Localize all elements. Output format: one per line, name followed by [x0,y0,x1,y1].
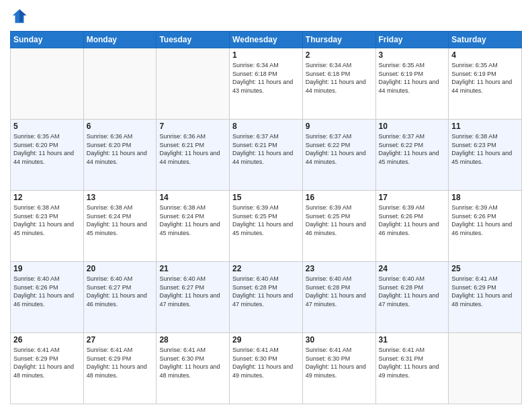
day-number: 17 [379,193,446,202]
day-number: 1 [232,50,300,60]
day-info: Sunrise: 6:38 AM Sunset: 6:23 PM Dayligh… [13,203,81,237]
day-info: Sunrise: 6:40 AM Sunset: 6:28 PM Dayligh… [306,275,373,308]
day-number: 22 [232,264,300,273]
day-info: Sunrise: 6:40 AM Sunset: 6:28 PM Dayligh… [379,275,446,308]
calendar-cell: 3Sunrise: 6:35 AM Sunset: 6:19 PM Daylig… [375,48,449,120]
day-info: Sunrise: 6:41 AM Sunset: 6:30 PM Dayligh… [306,346,373,379]
calendar-week-row: 1Sunrise: 6:34 AM Sunset: 6:18 PM Daylig… [11,48,522,120]
day-info: Sunrise: 6:41 AM Sunset: 6:30 PM Dayligh… [232,346,300,379]
day-info: Sunrise: 6:39 AM Sunset: 6:26 PM Dayligh… [451,203,519,237]
calendar-table: SundayMondayTuesdayWednesdayThursdayFrid… [10,31,522,404]
day-number: 15 [232,193,300,202]
day-info: Sunrise: 6:34 AM Sunset: 6:18 PM Dayligh… [306,61,373,95]
calendar-cell: 21Sunrise: 6:40 AM Sunset: 6:27 PM Dayli… [157,262,230,333]
day-info: Sunrise: 6:34 AM Sunset: 6:18 PM Dayligh… [232,61,300,95]
day-info: Sunrise: 6:37 AM Sunset: 6:21 PM Dayligh… [232,132,300,166]
day-info: Sunrise: 6:40 AM Sunset: 6:28 PM Dayligh… [232,275,300,308]
day-info: Sunrise: 6:41 AM Sunset: 6:30 PM Dayligh… [159,346,226,379]
day-number: 8 [232,122,300,131]
day-number: 31 [379,335,446,345]
calendar-cell [449,333,522,404]
day-number: 30 [306,335,373,345]
calendar-cell [11,48,84,120]
day-number: 28 [159,335,226,345]
calendar-cell: 19Sunrise: 6:40 AM Sunset: 6:26 PM Dayli… [11,262,84,333]
day-number: 4 [451,50,519,60]
calendar-cell: 24Sunrise: 6:40 AM Sunset: 6:28 PM Dayli… [375,262,449,333]
calendar-cell: 20Sunrise: 6:40 AM Sunset: 6:27 PM Dayli… [83,262,157,333]
calendar-cell: 29Sunrise: 6:41 AM Sunset: 6:30 PM Dayli… [230,333,303,404]
calendar-cell: 22Sunrise: 6:40 AM Sunset: 6:28 PM Dayli… [230,262,303,333]
calendar-header-row: SundayMondayTuesdayWednesdayThursdayFrid… [11,32,522,48]
day-number: 13 [87,193,154,202]
day-number: 3 [379,50,446,60]
day-info: Sunrise: 6:36 AM Sunset: 6:21 PM Dayligh… [159,132,226,166]
header [10,7,522,26]
day-number: 18 [451,193,519,202]
day-number: 21 [159,264,226,273]
day-number: 19 [13,264,81,273]
calendar-cell: 30Sunrise: 6:41 AM Sunset: 6:30 PM Dayli… [302,333,375,404]
calendar-week-row: 19Sunrise: 6:40 AM Sunset: 6:26 PM Dayli… [11,262,522,333]
day-info: Sunrise: 6:39 AM Sunset: 6:26 PM Dayligh… [379,203,446,237]
calendar-week-row: 5Sunrise: 6:35 AM Sunset: 6:20 PM Daylig… [11,120,522,191]
day-info: Sunrise: 6:39 AM Sunset: 6:25 PM Dayligh… [306,203,373,237]
day-number: 2 [306,50,373,60]
calendar-cell: 14Sunrise: 6:38 AM Sunset: 6:24 PM Dayli… [157,191,230,262]
day-number: 5 [13,122,81,131]
day-number: 9 [306,122,373,131]
day-info: Sunrise: 6:36 AM Sunset: 6:20 PM Dayligh… [87,132,154,166]
weekday-header: Tuesday [157,32,230,48]
day-info: Sunrise: 6:37 AM Sunset: 6:22 PM Dayligh… [379,132,446,166]
weekday-header: Monday [83,32,157,48]
logo [10,7,32,26]
calendar-cell: 12Sunrise: 6:38 AM Sunset: 6:23 PM Dayli… [11,191,84,262]
calendar-cell: 1Sunrise: 6:34 AM Sunset: 6:18 PM Daylig… [230,48,303,120]
calendar-cell: 5Sunrise: 6:35 AM Sunset: 6:20 PM Daylig… [11,120,84,191]
calendar-cell: 23Sunrise: 6:40 AM Sunset: 6:28 PM Dayli… [302,262,375,333]
day-number: 25 [451,264,519,273]
weekday-header: Wednesday [230,32,303,48]
day-number: 16 [306,193,373,202]
logo-icon [10,7,29,26]
day-info: Sunrise: 6:35 AM Sunset: 6:20 PM Dayligh… [13,132,81,166]
calendar-cell: 10Sunrise: 6:37 AM Sunset: 6:22 PM Dayli… [375,120,449,191]
calendar-cell: 17Sunrise: 6:39 AM Sunset: 6:26 PM Dayli… [375,191,449,262]
page: SundayMondayTuesdayWednesdayThursdayFrid… [0,0,532,411]
day-number: 11 [451,122,519,131]
calendar-cell: 13Sunrise: 6:38 AM Sunset: 6:24 PM Dayli… [83,191,157,262]
calendar-cell: 7Sunrise: 6:36 AM Sunset: 6:21 PM Daylig… [157,120,230,191]
day-number: 24 [379,264,446,273]
day-info: Sunrise: 6:41 AM Sunset: 6:29 PM Dayligh… [13,346,81,379]
weekday-header: Sunday [11,32,84,48]
day-number: 10 [379,122,446,131]
day-number: 7 [159,122,226,131]
calendar-cell: 8Sunrise: 6:37 AM Sunset: 6:21 PM Daylig… [230,120,303,191]
calendar-week-row: 26Sunrise: 6:41 AM Sunset: 6:29 PM Dayli… [11,333,522,404]
weekday-header: Saturday [449,32,522,48]
calendar-cell: 16Sunrise: 6:39 AM Sunset: 6:25 PM Dayli… [302,191,375,262]
day-info: Sunrise: 6:41 AM Sunset: 6:29 PM Dayligh… [87,346,154,379]
day-info: Sunrise: 6:40 AM Sunset: 6:26 PM Dayligh… [13,275,81,308]
calendar-cell: 27Sunrise: 6:41 AM Sunset: 6:29 PM Dayli… [83,333,157,404]
calendar-week-row: 12Sunrise: 6:38 AM Sunset: 6:23 PM Dayli… [11,191,522,262]
calendar-cell: 18Sunrise: 6:39 AM Sunset: 6:26 PM Dayli… [449,191,522,262]
day-info: Sunrise: 6:40 AM Sunset: 6:27 PM Dayligh… [159,275,226,308]
calendar-cell [157,48,230,120]
day-number: 14 [159,193,226,202]
day-number: 27 [87,335,154,345]
calendar-cell: 6Sunrise: 6:36 AM Sunset: 6:20 PM Daylig… [83,120,157,191]
calendar-cell: 2Sunrise: 6:34 AM Sunset: 6:18 PM Daylig… [302,48,375,120]
day-number: 23 [306,264,373,273]
day-number: 29 [232,335,300,345]
day-number: 20 [87,264,154,273]
calendar-cell: 28Sunrise: 6:41 AM Sunset: 6:30 PM Dayli… [157,333,230,404]
day-info: Sunrise: 6:41 AM Sunset: 6:29 PM Dayligh… [451,275,519,308]
day-number: 6 [87,122,154,131]
calendar-cell: 9Sunrise: 6:37 AM Sunset: 6:22 PM Daylig… [302,120,375,191]
day-info: Sunrise: 6:35 AM Sunset: 6:19 PM Dayligh… [451,61,519,95]
weekday-header: Friday [375,32,449,48]
day-info: Sunrise: 6:40 AM Sunset: 6:27 PM Dayligh… [87,275,154,308]
day-info: Sunrise: 6:41 AM Sunset: 6:31 PM Dayligh… [379,346,446,379]
day-info: Sunrise: 6:38 AM Sunset: 6:24 PM Dayligh… [159,203,226,237]
